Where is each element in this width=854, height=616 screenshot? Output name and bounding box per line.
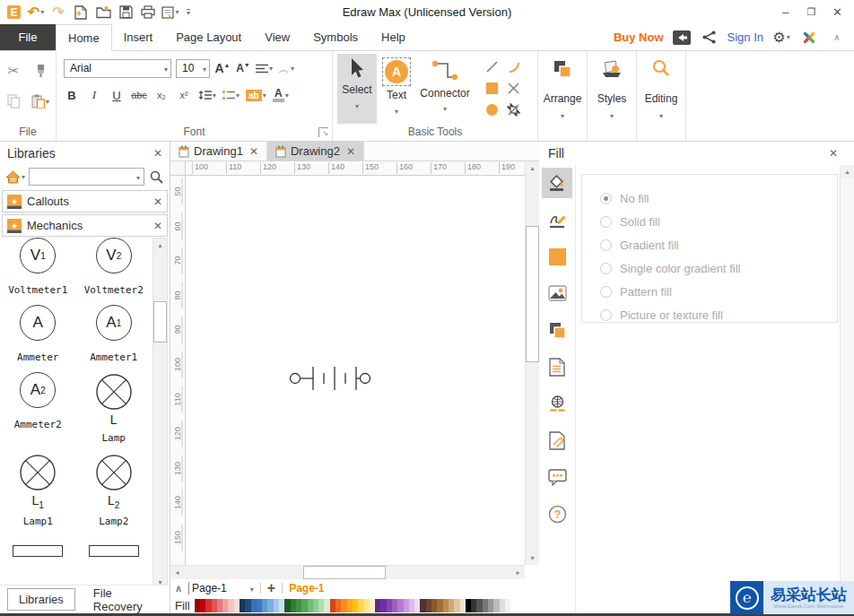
quick-style-icon[interactable] — [542, 315, 572, 345]
page-setup-icon[interactable] — [542, 351, 572, 382]
menu-tab-symbols[interactable]: Symbols — [301, 24, 370, 50]
document-tab-drawing1[interactable]: Drawing1 — [170, 142, 267, 161]
share-icon[interactable] — [700, 28, 719, 48]
page-tab-active[interactable]: Page-1 — [289, 582, 324, 594]
library-symbol-voltmeter2[interactable]: V2Voltmeter2 — [84, 238, 144, 296]
library-symbol[interactable] — [13, 527, 63, 557]
library-section-mechanics[interactable]: ★ Mechanics — [2, 214, 168, 237]
underline-button[interactable]: U — [109, 85, 125, 105]
font-size-combo[interactable]: 10 — [176, 59, 210, 78]
fill-icon[interactable] — [542, 168, 572, 198]
ribbon-group-styles[interactable]: Styles — [588, 51, 637, 141]
arc-icon[interactable] — [507, 60, 520, 74]
fill-panel-scrollbar[interactable] — [840, 165, 854, 616]
library-symbol-ammeter2[interactable]: A2Ammeter2 — [14, 372, 62, 444]
library-section-callouts[interactable]: ★ Callouts — [2, 190, 168, 213]
highlight-icon[interactable]: ab — [246, 85, 266, 105]
battery-symbol[interactable] — [289, 363, 371, 394]
comment-icon[interactable] — [542, 462, 572, 492]
palette-swatch[interactable] — [505, 599, 510, 612]
close-button[interactable] — [824, 3, 850, 22]
search-icon[interactable] — [148, 167, 164, 187]
undo-button[interactable] — [26, 3, 46, 22]
shadow-icon[interactable] — [542, 241, 572, 272]
callouts-close-icon[interactable] — [153, 195, 162, 208]
vertical-scrollbar-thumb[interactable] — [526, 226, 539, 362]
fill-option-no-fill[interactable]: No fill — [600, 187, 837, 210]
arc-text-icon[interactable] — [277, 58, 294, 78]
scroll-right-icon[interactable] — [511, 566, 525, 579]
bold-button[interactable]: B — [64, 85, 80, 105]
new-document-button[interactable] — [71, 3, 91, 22]
gear-icon[interactable] — [771, 28, 791, 48]
redo-button[interactable] — [48, 3, 68, 22]
format-painter-icon[interactable] — [30, 61, 50, 81]
bullets-icon[interactable] — [222, 85, 240, 105]
select-tool-button[interactable]: Select — [337, 54, 377, 124]
font-color-icon[interactable]: A — [273, 85, 289, 105]
library-symbol[interactable] — [89, 527, 139, 557]
attachment-icon[interactable] — [542, 425, 572, 455]
connector-tool-button[interactable]: Connector — [416, 54, 474, 124]
copy-icon[interactable] — [4, 91, 23, 111]
radio-button[interactable] — [600, 193, 612, 204]
line-spacing-icon[interactable] — [198, 85, 216, 105]
menu-tab-page-layout[interactable]: Page Layout — [164, 24, 253, 50]
ribbon-group-arrange[interactable]: Arrange — [538, 51, 588, 141]
drawing-canvas[interactable] — [186, 176, 525, 565]
page-selector[interactable]: Page-1 — [188, 582, 254, 594]
radio-button[interactable] — [600, 239, 612, 251]
radio-button[interactable] — [600, 309, 612, 321]
strikethrough-button[interactable]: abc — [131, 85, 147, 105]
maximize-button[interactable] — [798, 3, 824, 22]
chevron-up-icon[interactable] — [175, 582, 182, 594]
panel-tab-file-recovery[interactable]: File Recovery — [83, 583, 170, 616]
help-icon[interactable]: ? — [542, 499, 572, 529]
text-tool-button[interactable]: A Text — [377, 54, 416, 124]
radio-button[interactable] — [600, 263, 612, 274]
superscript-button[interactable]: x² — [176, 85, 192, 105]
shrink-font-icon[interactable]: A▼ — [235, 58, 251, 78]
library-symbol-lamp1[interactable]: L1Lamp1 — [18, 453, 57, 527]
fill-option-pattern-fill[interactable]: Pattern fill — [600, 280, 837, 303]
library-scrollbar[interactable] — [152, 238, 168, 590]
menu-tab-home[interactable]: Home — [56, 24, 112, 51]
scroll-up-icon[interactable] — [153, 239, 167, 252]
export-icon[interactable] — [672, 28, 692, 48]
crop-icon[interactable] — [507, 103, 520, 117]
picture-icon[interactable] — [542, 278, 572, 308]
menu-tab-view[interactable]: View — [253, 24, 301, 50]
fill-option-gradient-fill[interactable]: Gradient fill — [600, 233, 837, 256]
add-page-button[interactable] — [267, 580, 275, 596]
print-button[interactable] — [138, 3, 158, 22]
export-snapshot-button[interactable] — [161, 3, 180, 22]
menu-tab-insert[interactable]: Insert — [112, 24, 165, 50]
fill-option-solid-fill[interactable]: Solid fill — [600, 210, 837, 233]
italic-button[interactable]: I — [86, 85, 102, 105]
scroll-up-icon[interactable] — [526, 161, 539, 175]
subscript-button[interactable]: x₂ — [153, 85, 170, 105]
menu-tab-file[interactable]: File — [0, 24, 56, 50]
panel-tab-libraries[interactable]: Libraries — [7, 588, 75, 611]
buy-now-link[interactable]: Buy Now — [614, 30, 664, 44]
ribbon-group-editing[interactable]: Editing — [637, 51, 686, 141]
libraries-close-icon[interactable] — [153, 147, 162, 160]
rectangle-icon[interactable] — [486, 82, 498, 94]
scroll-left-icon[interactable] — [170, 566, 184, 579]
library-symbol-ammeter[interactable]: AAmmeter — [17, 305, 58, 363]
save-button[interactable] — [116, 3, 135, 22]
scroll-up-icon[interactable] — [841, 165, 854, 178]
ellipse-icon[interactable] — [486, 104, 498, 116]
library-symbol-lamp2[interactable]: L2Lamp2 — [94, 453, 134, 527]
sign-in-link[interactable]: Sign In — [728, 30, 763, 44]
canvas-horizontal-scrollbar[interactable] — [170, 565, 525, 579]
library-symbol-voltmeter1[interactable]: V1Voltmeter1 — [8, 238, 67, 296]
cut-icon[interactable] — [4, 61, 23, 81]
radio-button[interactable] — [600, 216, 612, 228]
canvas-vertical-scrollbar[interactable] — [525, 161, 539, 565]
align-icon[interactable] — [256, 58, 273, 78]
collapse-ribbon-icon[interactable] — [827, 28, 847, 48]
font-dialog-launcher-icon[interactable] — [318, 127, 328, 137]
mechanics-close-icon[interactable] — [153, 220, 162, 232]
library-search-input[interactable] — [29, 168, 144, 186]
